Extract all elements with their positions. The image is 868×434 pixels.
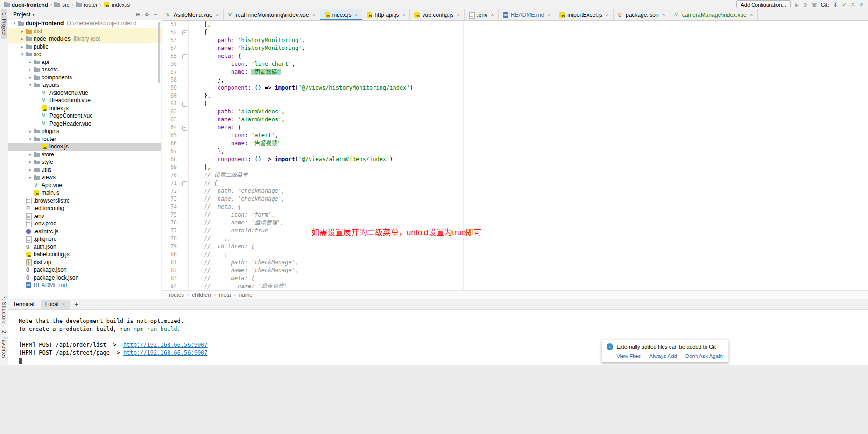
- close-icon[interactable]: ×: [662, 13, 665, 17]
- tree-row[interactable]: ▸components: [8, 74, 161, 82]
- tree-row[interactable]: ▸public: [8, 43, 161, 51]
- tree-row[interactable]: .browserslistrc: [8, 197, 161, 205]
- settings-icon[interactable]: [144, 11, 149, 18]
- tree-row[interactable]: .editorconfig: [8, 204, 161, 212]
- close-icon[interactable]: ×: [547, 13, 550, 17]
- editor-tab[interactable]: .env×: [465, 9, 499, 20]
- close-icon[interactable]: ×: [354, 13, 358, 17]
- terminal-link[interactable]: http://192.168.66.56:9007: [123, 342, 208, 348]
- close-icon[interactable]: ×: [402, 13, 405, 17]
- close-icon[interactable]: ×: [606, 13, 609, 17]
- tree-row[interactable]: App.vue: [8, 182, 161, 189]
- close-icon[interactable]: ×: [457, 13, 460, 17]
- tree-row[interactable]: .eslintrc.js: [8, 228, 161, 236]
- tree-row[interactable]: index.js: [8, 143, 161, 151]
- close-icon[interactable]: ×: [312, 13, 316, 17]
- tree-row[interactable]: .env.prod: [8, 220, 161, 228]
- terminal-output[interactable]: Note that the development build is not o…: [8, 310, 868, 365]
- close-icon[interactable]: ×: [750, 13, 753, 17]
- new-terminal-tab-button[interactable]: +: [74, 301, 78, 308]
- tree-row[interactable]: AsideMenu.vue: [8, 89, 161, 97]
- tree-row[interactable]: ▸store: [8, 151, 161, 159]
- editor-breadcrumb-item[interactable]: children: [192, 292, 211, 298]
- locate-icon[interactable]: [135, 11, 140, 18]
- chevron-right-icon[interactable]: ▸: [27, 60, 34, 64]
- notification-action-link[interactable]: View Files: [616, 353, 641, 359]
- debug-icon[interactable]: [803, 1, 807, 8]
- tree-row[interactable]: package-lock.json: [8, 274, 161, 282]
- editor-tab[interactable]: http-api.js×: [362, 9, 410, 20]
- chevron-down-icon[interactable]: ▾: [11, 21, 18, 26]
- chevron-right-icon[interactable]: ▸: [27, 175, 34, 180]
- editor-tab[interactable]: AsideMenu.vue×: [162, 9, 224, 20]
- chevron-right-icon[interactable]: ▸: [27, 160, 34, 164]
- fold-marker-icon[interactable]: [181, 179, 189, 187]
- chevron-down-icon[interactable]: ▾: [19, 52, 26, 56]
- chevron-right-icon[interactable]: ▸: [27, 152, 34, 157]
- terminal-link[interactable]: http://192.168.66.56:9007: [123, 350, 208, 356]
- tree-row[interactable]: ▸plugins: [8, 127, 161, 135]
- chevron-right-icon[interactable]: ▸: [27, 75, 34, 80]
- editor-tab[interactable]: package.json×: [614, 9, 670, 20]
- tree-row[interactable]: ▾src: [8, 50, 161, 58]
- chevron-right-icon[interactable]: ▸: [19, 29, 26, 34]
- close-icon[interactable]: ×: [491, 13, 494, 17]
- tree-row[interactable]: package.json: [8, 266, 161, 274]
- chevron-right-icon[interactable]: ▸: [27, 67, 34, 72]
- git-commit-icon[interactable]: [842, 1, 846, 8]
- project-scrollbar-thumb[interactable]: [158, 22, 160, 83]
- hide-icon[interactable]: [154, 11, 157, 18]
- project-view-selector[interactable]: Project: [13, 11, 30, 18]
- tree-row[interactable]: ▾duoji-frontendD:\zheheWeb\duoji-fronten…: [8, 20, 161, 28]
- editor-tab[interactable]: realTimeMonitoring\index.vue×: [224, 9, 320, 20]
- chevron-right-icon[interactable]: ▸: [19, 44, 26, 49]
- editor-tab[interactable]: cameraManage\index.vue×: [670, 9, 758, 20]
- tree-row[interactable]: main.js: [8, 189, 161, 197]
- editor-breadcrumb-item[interactable]: name: [239, 292, 253, 298]
- breadcrumb-item[interactable]: index.js: [104, 2, 130, 7]
- close-icon[interactable]: ×: [216, 13, 219, 17]
- fold-marker-icon[interactable]: [181, 28, 189, 36]
- tree-row[interactable]: .env: [8, 212, 161, 220]
- tree-row[interactable]: ▸views: [8, 174, 161, 182]
- tree-row[interactable]: ▸assets: [8, 66, 161, 74]
- tree-row[interactable]: PageHeader.vue: [8, 120, 161, 128]
- run-icon[interactable]: [795, 1, 799, 8]
- editor-tab[interactable]: vue.config.js×: [410, 9, 465, 20]
- tree-row[interactable]: ▸utils: [8, 166, 161, 174]
- tool-window-tab-project[interactable]: 1: Project: [1, 9, 7, 39]
- editor-tab[interactable]: index.js×: [320, 9, 363, 20]
- tree-row[interactable]: README.md: [8, 281, 161, 289]
- tree-row[interactable]: ▸api: [8, 58, 161, 66]
- notification-action-link[interactable]: Always Add: [649, 353, 677, 359]
- fold-marker-icon[interactable]: [181, 124, 189, 132]
- revert-icon[interactable]: [859, 1, 863, 8]
- tree-row[interactable]: PageContent.vue: [8, 112, 161, 120]
- breadcrumb-item[interactable]: router: [76, 2, 98, 7]
- breadcrumb-item[interactable]: src: [54, 2, 69, 7]
- chevron-right-icon[interactable]: ▸: [27, 168, 34, 172]
- close-icon[interactable]: ×: [62, 302, 65, 307]
- tree-row[interactable]: auth.json: [8, 243, 161, 251]
- tool-window-tab-favorites[interactable]: 2: Favorites: [1, 327, 7, 362]
- notification-action-link[interactable]: Don't Ask Again: [685, 353, 723, 359]
- tree-row[interactable]: index.js: [8, 105, 161, 112]
- tree-row[interactable]: ▸style: [8, 158, 161, 166]
- tree-row[interactable]: ▸node_moduleslibrary root: [8, 35, 161, 43]
- tree-row[interactable]: babel.config.js: [8, 251, 161, 259]
- coverage-icon[interactable]: [812, 1, 816, 8]
- add-configuration-button[interactable]: Add Configuration...: [736, 0, 791, 8]
- chevron-down-icon[interactable]: ▾: [27, 137, 34, 141]
- git-update-icon[interactable]: [833, 1, 838, 8]
- tool-window-tab-structure[interactable]: 7: Structure: [1, 293, 7, 327]
- chevron-right-icon[interactable]: ▸: [27, 129, 34, 133]
- tree-row[interactable]: ▸dist: [8, 28, 161, 35]
- chevron-down-icon[interactable]: ▾: [27, 83, 34, 87]
- tree-row[interactable]: ▾layouts: [8, 81, 161, 89]
- fold-marker-icon[interactable]: [181, 100, 189, 108]
- code-area[interactable]: 51 },52 {53 path: 'historyMonitoring',54…: [162, 21, 868, 290]
- editor-breadcrumb-item[interactable]: routes: [169, 292, 184, 298]
- chevron-right-icon[interactable]: ▸: [19, 36, 26, 41]
- tree-row[interactable]: dist.zip: [8, 259, 161, 266]
- editor-tab[interactable]: README.md×: [499, 9, 555, 20]
